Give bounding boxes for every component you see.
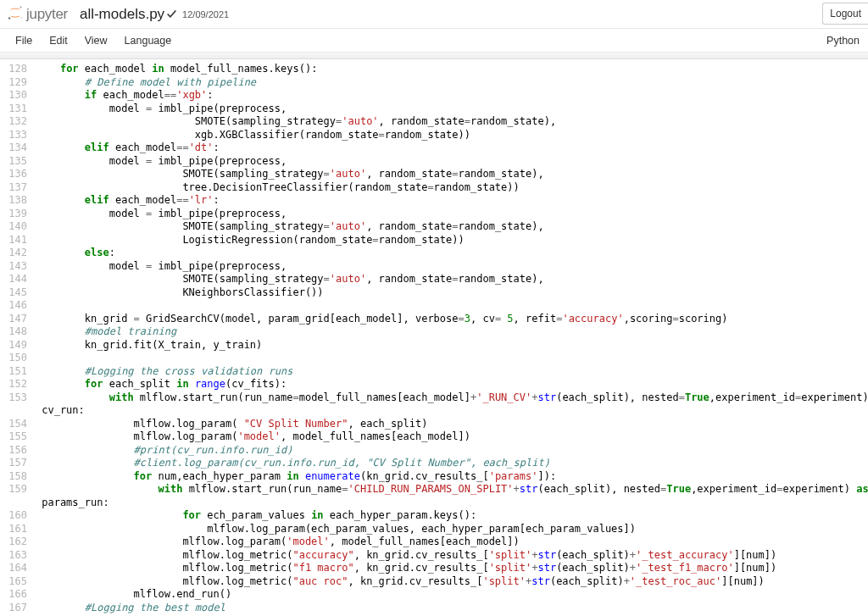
line-number: 128: [0, 63, 27, 76]
code-line[interactable]: SMOTE(sampling_strategy='auto', random_s…: [36, 220, 868, 234]
code-line[interactable]: #Logging the cross validation runs: [36, 365, 868, 379]
code-line[interactable]: #client.log_param(cv_run.info.run_id, "C…: [36, 457, 868, 470]
line-number: 153: [0, 391, 27, 405]
code-line[interactable]: tree.DecisionTreeClassifier(random_state…: [36, 181, 868, 195]
code-line[interactable]: for each_model in model_full_names.keys(…: [36, 63, 868, 76]
line-number: 130: [0, 89, 27, 103]
notebook-header: jupyter all-models.py 12/09/2021 Logout: [0, 0, 868, 29]
code-line[interactable]: for each_split in range(cv_fits):: [36, 378, 868, 391]
code-editor[interactable]: 1281291301311321331341351361371381391401…: [0, 59, 868, 616]
menu-file[interactable]: File: [7, 31, 41, 50]
line-number: 146: [0, 299, 27, 313]
last-saved-timestamp: 12/09/2021: [182, 9, 229, 19]
code-line[interactable]: SMOTE(sampling_strategy='auto', random_s…: [36, 115, 868, 129]
code-line[interactable]: else:: [36, 247, 868, 260]
code-line[interactable]: mlflow.log_metric("auc roc", kn_grid.cv_…: [36, 575, 868, 589]
line-number: 132: [0, 115, 27, 129]
line-number: 135: [0, 155, 27, 169]
line-number: 161: [0, 523, 27, 536]
code-line[interactable]: mlflow.log_metric("accuracy", kn_grid.cv…: [36, 549, 868, 563]
code-line[interactable]: model = imbl_pipe(preprocess,: [36, 208, 868, 221]
line-number: 139: [0, 208, 27, 221]
svg-point-0: [20, 7, 22, 8]
code-content[interactable]: for each_model in model_full_names.keys(…: [32, 59, 868, 616]
notebook-filename[interactable]: all-models.py: [80, 6, 164, 23]
code-line[interactable]: for ech_param_values in each_hyper_param…: [36, 509, 868, 523]
line-number: 157: [0, 457, 27, 470]
line-number: 140: [0, 220, 27, 234]
code-line[interactable]: mlflow.log_param( "CV Split Number", eac…: [36, 418, 868, 431]
line-number: 129: [0, 76, 27, 90]
line-number: 142: [0, 247, 27, 260]
code-line[interactable]: SMOTE(sampling_strategy='auto', random_s…: [36, 273, 868, 286]
code-line[interactable]: with mlflow.start_run(run_name=model_ful…: [36, 391, 868, 405]
code-line[interactable]: SMOTE(sampling_strategy='auto', random_s…: [36, 168, 868, 181]
toolbar-strip: [0, 53, 868, 59]
saved-check-icon: [166, 8, 177, 19]
code-line[interactable]: model = imbl_pipe(preprocess,: [36, 103, 868, 116]
line-number: 134: [0, 142, 27, 155]
line-number: 162: [0, 536, 27, 549]
code-line[interactable]: kn_grid = GridSearchCV(model, param_grid…: [36, 313, 868, 326]
line-number: 163: [0, 549, 27, 563]
menu-edit[interactable]: Edit: [41, 31, 76, 50]
code-line[interactable]: KNeighborsClassifier()): [36, 286, 868, 300]
line-number: 141: [0, 234, 27, 247]
code-line[interactable]: mlflow.end_run(): [36, 588, 868, 602]
menu-bar: FileEditViewLanguage Python: [0, 29, 868, 53]
code-line[interactable]: for num,each_hyper_param in enumerate(kn…: [36, 470, 868, 484]
line-number: 154: [0, 418, 27, 431]
code-line[interactable]: LogisticRegression(random_state=random_s…: [36, 234, 868, 247]
line-number: 158: [0, 470, 27, 484]
jupyter-logo-icon: [7, 4, 24, 24]
line-number: 159: [0, 483, 27, 497]
jupyter-logo-text: jupyter: [26, 6, 68, 23]
line-number: 133: [0, 129, 27, 142]
line-number: 150: [0, 352, 27, 365]
code-line-wrap[interactable]: cv_run:: [36, 404, 868, 418]
code-line[interactable]: mlflow.log_param('model', model_full_nam…: [36, 536, 868, 549]
svg-point-2: [20, 17, 22, 19]
code-line[interactable]: mlflow.log_param(ech_param_values, each_…: [36, 523, 868, 536]
code-line[interactable]: model = imbl_pipe(preprocess,: [36, 155, 868, 169]
code-line[interactable]: mlflow.log_param('model', model_full_nam…: [36, 430, 868, 444]
line-number: 156: [0, 444, 27, 458]
code-line[interactable]: #print(cv_run.info.run_id): [36, 444, 868, 458]
code-line[interactable]: with mlflow.start_run(run_name='CHILD_RU…: [36, 483, 868, 497]
line-number: 160: [0, 509, 27, 523]
line-number: 138: [0, 194, 27, 208]
menu-view[interactable]: View: [76, 31, 116, 50]
code-line[interactable]: #model training: [36, 325, 868, 339]
line-number: 137: [0, 181, 27, 195]
code-line[interactable]: [36, 299, 868, 313]
code-line[interactable]: model = imbl_pipe(preprocess,: [36, 260, 868, 274]
line-number: 166: [0, 588, 27, 602]
code-line[interactable]: [36, 352, 868, 365]
jupyter-logo[interactable]: jupyter: [7, 4, 68, 24]
code-line[interactable]: mlflow.log_metric("f1 macro", kn_grid.cv…: [36, 562, 868, 575]
logout-button[interactable]: Logout: [822, 3, 868, 25]
code-line[interactable]: # Define model with pipeline: [36, 76, 868, 90]
line-number: 165: [0, 575, 27, 589]
line-number-wrap: [0, 497, 27, 510]
code-line[interactable]: #Logging the best model: [36, 602, 868, 615]
menu-language[interactable]: Language: [116, 31, 181, 50]
line-number-wrap: [0, 404, 27, 418]
kernel-indicator[interactable]: Python: [826, 35, 861, 47]
code-line[interactable]: if each_model=='xgb':: [36, 89, 868, 103]
line-number: 147: [0, 313, 27, 326]
code-line-wrap[interactable]: params_run:: [36, 497, 868, 510]
line-number: 131: [0, 103, 27, 116]
line-number: 167: [0, 602, 27, 615]
code-line[interactable]: elif each_model=='lr':: [36, 194, 868, 208]
line-number: 144: [0, 273, 27, 286]
code-line[interactable]: kn_grid.fit(X_train, y_train): [36, 339, 868, 352]
line-number: 149: [0, 339, 27, 352]
line-number: 152: [0, 378, 27, 391]
code-line[interactable]: elif each_model=='dt':: [36, 142, 868, 155]
line-number: 136: [0, 168, 27, 181]
code-line[interactable]: xgb.XGBClassifier(random_state=random_st…: [36, 129, 868, 142]
line-number: 151: [0, 365, 27, 379]
line-number: 143: [0, 260, 27, 274]
svg-point-1: [8, 17, 11, 19]
